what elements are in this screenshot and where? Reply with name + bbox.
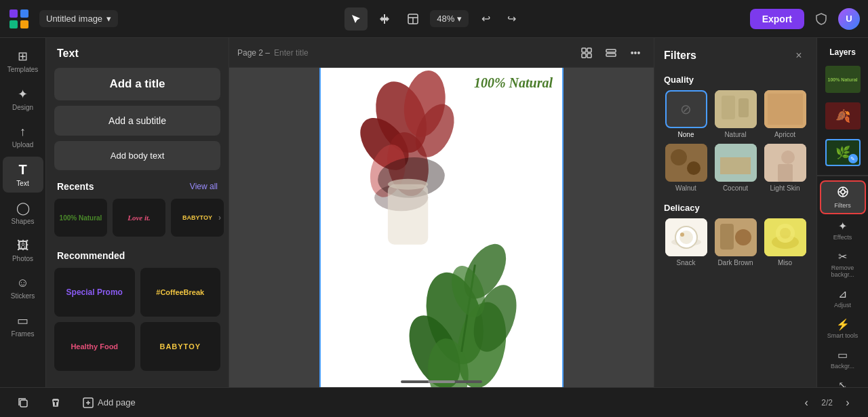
recent-item-natural[interactable]: 100% Natural [54, 199, 107, 237]
quality-filter-grid: ⊘ None Natural Apricot Walnut [654, 90, 816, 199]
svg-point-38 [687, 161, 701, 175]
undo-button[interactable]: ↩ [474, 7, 497, 31]
add-title-button[interactable]: Add a title [54, 68, 220, 100]
filter-miso[interactable]: Miso [763, 218, 807, 266]
rec-item-coffee-break[interactable]: #CoffeeBreak [140, 268, 221, 317]
filter-lightskin[interactable]: Light Skin [763, 144, 807, 192]
adjust-icon: ⊿ [838, 287, 847, 300]
shield-icon[interactable] [810, 7, 833, 31]
file-menu[interactable]: Untitled image ▾ [39, 10, 118, 27]
logo-button[interactable] [8, 8, 30, 30]
svg-rect-31 [715, 90, 757, 128]
user-avatar[interactable]: U [838, 8, 860, 30]
filters-header: Filters × [654, 38, 816, 71]
duplicate-page-button[interactable] [11, 393, 35, 412]
filters-tool-button[interactable]: Filters [820, 180, 866, 214]
remove-bg-tool-button[interactable]: ✂ Remove backgr... [820, 246, 866, 282]
page-nav: ‹ 2/2 › [797, 393, 857, 412]
arrow-icon: › [218, 213, 221, 222]
canvas-body[interactable]: 100% Natural [229, 68, 654, 387]
filter-none-thumb: ⊘ [665, 90, 707, 128]
add-body-button[interactable]: Add body text [54, 141, 220, 170]
recent-item-loveit[interactable]: Love it. [113, 199, 165, 237]
svg-rect-36 [665, 144, 707, 182]
filter-miso-label: Miso [778, 259, 792, 266]
svg-point-42 [781, 151, 795, 164]
filter-lightskin-thumb [764, 144, 806, 182]
close-filters-button[interactable]: × [791, 47, 807, 64]
more-options-button[interactable]: ••• [625, 43, 646, 63]
canvas-scrollbar[interactable] [401, 380, 482, 383]
svg-point-22 [388, 178, 428, 189]
background-tool-button[interactable]: ▭ Backgr... [820, 344, 866, 374]
svg-rect-33 [738, 98, 749, 117]
page-title-input[interactable] [274, 48, 376, 58]
sidebar-item-design[interactable]: ✦ Design [3, 81, 43, 117]
add-page-button[interactable]: Add page [76, 393, 142, 412]
svg-rect-40 [720, 157, 751, 174]
filter-walnut-label: Walnut [675, 184, 696, 192]
layout-tool-button[interactable] [401, 7, 425, 31]
sidebar-item-templates[interactable]: ⊞ Templates [3, 43, 43, 79]
grid-view-button[interactable] [576, 43, 597, 63]
export-button[interactable]: Export [750, 9, 804, 29]
filter-snack-thumb [665, 218, 707, 256]
layer-edit-icon: ✎ [848, 154, 858, 163]
rec-item-babytoy[interactable]: BABYTOY [140, 322, 221, 371]
filter-natural-thumb [715, 90, 757, 128]
page-counter: 2/2 [821, 398, 833, 408]
svg-rect-10 [587, 54, 591, 58]
recommended-header: Recommended [46, 242, 229, 265]
sidebar-item-frames[interactable]: ▭ Frames [3, 308, 43, 343]
view-all-button[interactable]: View all [190, 182, 218, 191]
rec-item-healthy-food[interactable]: Healthy Food [54, 322, 135, 371]
svg-rect-35 [768, 94, 803, 125]
svg-rect-21 [388, 184, 428, 244]
filter-darkbrown[interactable]: Dark Brown [713, 218, 757, 266]
delete-page-button[interactable] [43, 393, 68, 412]
bottom-bar: Add page ‹ 2/2 › [0, 387, 868, 417]
svg-point-47 [679, 231, 693, 244]
sidebar-item-shapes[interactable]: ◯ Shapes [3, 195, 43, 231]
pan-tool-button[interactable] [373, 7, 396, 31]
smart-tools-button[interactable]: ⚡ Smart tools [820, 314, 866, 343]
effects-tool-button[interactable]: ✦ Effects [820, 216, 866, 245]
recents-label: Recents [57, 181, 94, 192]
filter-coconut[interactable]: Coconut [713, 144, 757, 192]
sidebar-item-stickers[interactable]: ☺ Stickers [3, 271, 43, 305]
topbar: Untitled image ▾ 48% ▾ ↩ ↪ [0, 0, 868, 38]
layer-item-3[interactable]: 🌿 ✎ [820, 136, 866, 170]
sidebar-item-upload[interactable]: ↑ Upload [3, 119, 43, 154]
select-tool-button[interactable] [344, 7, 368, 31]
prev-page-button[interactable]: ‹ [797, 393, 816, 412]
zoom-control[interactable]: 48% ▾ [430, 10, 469, 27]
canvas-scrollbar-thumb [428, 380, 455, 383]
filter-lightskin-label: Light Skin [770, 184, 800, 192]
svg-point-48 [680, 233, 684, 237]
recent-item-babytoy[interactable]: BABYTOY › [171, 199, 224, 237]
filter-none[interactable]: ⊘ None [664, 90, 708, 138]
resize-tool-button[interactable]: ⤡ Resize [820, 375, 866, 387]
add-subtitle-button[interactable]: Add a subtitle [54, 106, 220, 136]
sidebar-item-design-label: Design [12, 104, 33, 111]
topbar-right: Export U [750, 7, 860, 31]
rec-item-special-promo[interactable]: Special Promo [54, 268, 135, 317]
filter-natural[interactable]: Natural [713, 90, 757, 138]
filter-walnut[interactable]: Walnut [664, 144, 708, 192]
effects-tool-label: Effects [833, 234, 852, 241]
timeline-button[interactable] [601, 43, 621, 63]
layer-item-2[interactable]: 🍂 [820, 100, 866, 134]
canvas-toolbar: Page 2 – [229, 38, 654, 68]
layer-item-1[interactable]: 100% Natural [820, 63, 866, 97]
stickers-icon: ☺ [16, 276, 28, 290]
adjust-tool-button[interactable]: ⊿ Adjust [820, 283, 866, 313]
page-toolbar: ••• [576, 43, 646, 63]
sidebar-item-photos[interactable]: 🖼 Photos [3, 233, 43, 268]
filter-snack[interactable]: Snack [664, 218, 708, 266]
layers-title: Layers [823, 42, 863, 61]
svg-rect-0 [9, 9, 18, 18]
redo-button[interactable]: ↪ [500, 7, 523, 31]
filter-apricot[interactable]: Apricot [763, 90, 807, 138]
sidebar-item-text[interactable]: T Text [3, 157, 43, 193]
next-page-button[interactable]: › [838, 393, 857, 412]
